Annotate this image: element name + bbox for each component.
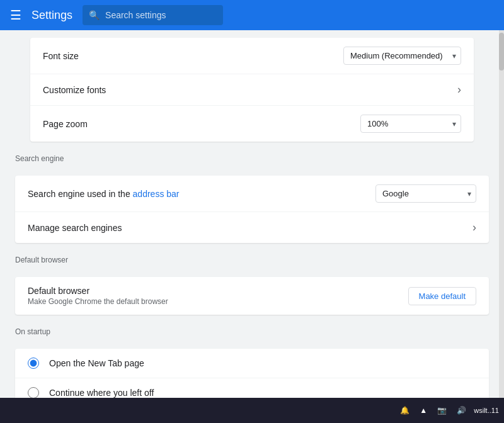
topbar: ☰ Settings 🔍 (0, 0, 504, 30)
manage-search-engines-control: › (472, 221, 476, 234)
address-bar-link[interactable]: address bar (133, 189, 180, 199)
search-engine-row[interactable]: Search engine used in the address bar Go… (15, 176, 489, 212)
taskbar-time: wsilt..11 (474, 407, 499, 414)
default-browser-content: Default browser Make Google Chrome the d… (28, 286, 408, 306)
search-engine-section-header: Search engine (0, 142, 504, 168)
font-size-row[interactable]: Font size Medium (Recommended) (30, 38, 474, 74)
startup-label-2: Continue where you left off (49, 388, 154, 398)
main-content: Font size Medium (Recommended) Customize… (0, 30, 504, 423)
default-browser-subtitle: Make Google Chrome the default browser (28, 297, 408, 306)
search-engine-label: Search engine used in the address bar (28, 189, 375, 199)
page-zoom-select-wrapper: 100% (360, 115, 461, 133)
font-size-label: Font size (43, 51, 343, 61)
appearance-settings-card: Font size Medium (Recommended) Customize… (30, 38, 474, 142)
taskbar: 🔔 ▲ 📷 🔊 wsilt..11 (0, 398, 504, 423)
customize-fonts-row[interactable]: Customize fonts › (30, 74, 474, 106)
customize-fonts-label: Customize fonts (43, 85, 457, 95)
search-engine-select-wrapper: Google (375, 184, 476, 203)
appearance-card: Font size Medium (Recommended) Customize… (15, 38, 489, 142)
search-wrapper: 🔍 (83, 5, 494, 25)
on-startup-section-header: On startup (0, 315, 504, 341)
customize-fonts-control: › (457, 83, 461, 96)
scrollbar-thumb[interactable] (499, 33, 504, 70)
page-zoom-select[interactable]: 100% (360, 115, 461, 133)
default-browser-card: Default browser Make Google Chrome the d… (15, 277, 489, 315)
startup-radio-2[interactable] (28, 387, 39, 398)
page-zoom-row[interactable]: Page zoom 100% (30, 106, 474, 142)
startup-radio-1[interactable] (28, 358, 39, 369)
taskbar-icon-3[interactable]: 📷 (435, 403, 449, 417)
search-input[interactable] (83, 5, 223, 25)
taskbar-icon-2[interactable]: ▲ (417, 403, 430, 417)
menu-icon[interactable]: ☰ (10, 8, 21, 23)
manage-chevron-icon: › (472, 221, 476, 234)
startup-option-1[interactable]: Open the New Tab page (15, 349, 489, 378)
font-size-control: Medium (Recommended) (343, 47, 461, 65)
manage-search-engines-row[interactable]: Manage search engines › (15, 212, 489, 243)
taskbar-icon-4[interactable]: 🔊 (454, 403, 469, 417)
manage-search-engines-label: Manage search engines (28, 223, 472, 233)
chevron-right-icon: › (457, 83, 461, 96)
taskbar-icon-1[interactable]: 🔔 (398, 403, 412, 417)
search-engine-select[interactable]: Google (375, 184, 476, 203)
make-default-button[interactable]: Make default (408, 287, 476, 305)
search-engine-control: Google (375, 184, 476, 203)
font-size-select[interactable]: Medium (Recommended) (343, 47, 461, 65)
default-browser-row: Default browser Make Google Chrome the d… (15, 277, 489, 315)
search-engine-card: Search engine used in the address bar Go… (15, 176, 489, 243)
page-zoom-label: Page zoom (43, 119, 360, 129)
font-size-select-wrapper: Medium (Recommended) (343, 47, 461, 65)
default-browser-section-header: Default browser (0, 243, 504, 269)
startup-label-1: Open the New Tab page (49, 358, 144, 368)
page-zoom-control: 100% (360, 115, 461, 133)
scrollbar[interactable] (499, 30, 504, 423)
page-title: Settings (32, 9, 72, 22)
default-browser-title: Default browser (28, 286, 408, 296)
